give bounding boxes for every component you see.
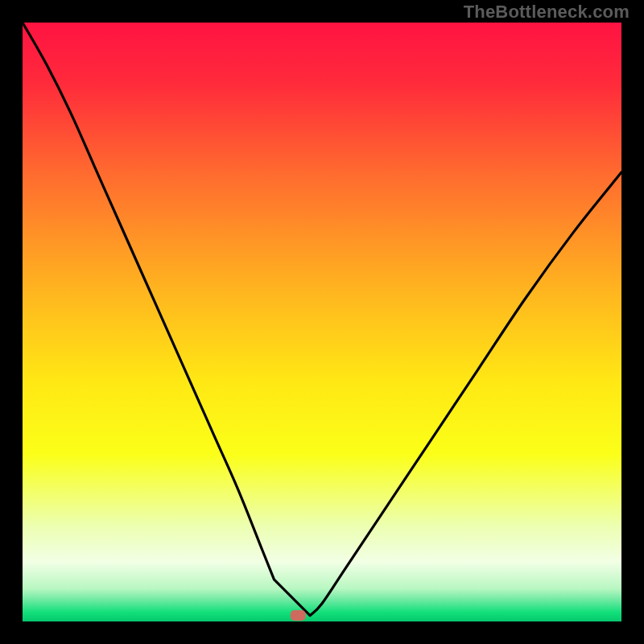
chart-container: TheBottleneck.com bbox=[0, 0, 644, 644]
watermark-text: TheBottleneck.com bbox=[464, 2, 630, 23]
plot-area bbox=[23, 23, 621, 621]
gradient-background bbox=[23, 23, 621, 621]
marker-point bbox=[291, 610, 306, 621]
plot-svg bbox=[23, 23, 621, 621]
